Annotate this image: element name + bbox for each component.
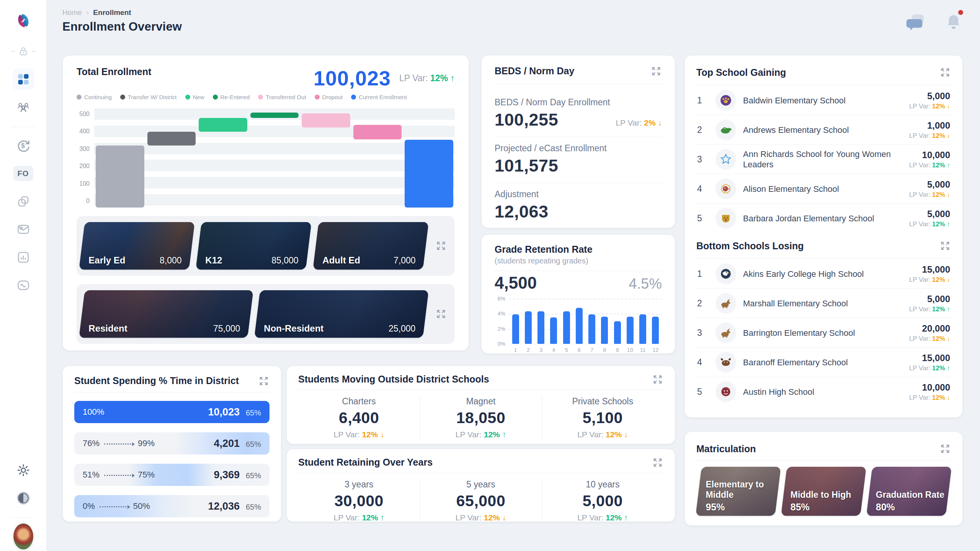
waterfall-y-axis: 5004003002001000 (77, 106, 94, 208)
tile-value: 85,000 (272, 255, 299, 266)
school-rank: 1 (697, 95, 709, 106)
matric-tile-middle-to-high[interactable]: Middle to High 85% (781, 467, 866, 516)
school-mascot-jaguar-icon (715, 208, 736, 229)
sidebar-item-pages[interactable] (13, 191, 34, 212)
sidebar-item-settings[interactable] (13, 459, 34, 481)
retention-count: 4,500 (495, 273, 537, 293)
expand-icon[interactable] (650, 65, 662, 77)
y-axis-tick: 500 (79, 111, 90, 118)
chevron-right-icon: › (87, 9, 89, 16)
spending-range-label: 0%50% (83, 501, 150, 511)
people-icon (16, 100, 31, 114)
retaining-stats: 3 years 30,000 LP Var: 12% ↑ 5 years 65,… (298, 479, 663, 525)
top-school-gaining-list: 1 Baldwin Elementary School 5,000 LP Var… (696, 86, 951, 233)
school-value: 10,000 (909, 382, 950, 393)
student-retaining-card: Student Retaining Over Years 3 years 30,… (286, 449, 675, 522)
tile-label: K12 (206, 255, 222, 266)
tile-adult-ed[interactable]: Adult Ed 7,000 (313, 222, 429, 270)
y-axis-tick: 200 (79, 163, 90, 170)
spending-bar-100: 100% 10,023 65% (74, 401, 270, 423)
school-mascot-bull-icon (715, 352, 736, 373)
school-mascot-paw-icon (715, 90, 736, 111)
school-row[interactable]: 1 Akins Early College High School 15,000… (696, 259, 951, 289)
x-axis-tick: 11 (637, 347, 648, 353)
retention-bar-grade-2 (525, 311, 532, 344)
y-axis-tick: 2% (498, 326, 505, 332)
retention-bar-grade-7 (588, 314, 595, 344)
matriculation-tiles: Elementary to Middle 95% Middle to High … (696, 467, 951, 516)
school-row[interactable]: 2 Marshall Elementary School 5,000 LP Va… (696, 289, 951, 318)
messages-button[interactable] (906, 13, 926, 32)
sidebar-item-dashboard[interactable] (13, 69, 34, 90)
sidebar-item-theme-toggle[interactable] (13, 487, 34, 509)
top-school-gaining-title: Top School Gaining (696, 67, 786, 78)
school-lp-var: LP Var: 12% ↓ (909, 103, 950, 110)
spending-bar-76: 76%99% 4,201 65% (74, 432, 270, 455)
beds-metric: Adjustment 12,063 (495, 183, 662, 229)
expand-icon[interactable] (939, 67, 951, 78)
expand-icon[interactable] (939, 443, 951, 455)
sidebar-item-trends[interactable] (13, 275, 34, 296)
stat-value: 18,050 (420, 409, 541, 427)
dashboard-icon (16, 72, 30, 86)
grade-retention-subtitle: (students repeating grades) (495, 257, 662, 265)
student-spending-card: Student Spending % Time in District 100%… (62, 366, 281, 522)
notifications-button[interactable] (946, 13, 962, 32)
copy-icon (16, 195, 30, 208)
school-value: 20,000 (909, 323, 950, 334)
expand-icon[interactable] (652, 374, 663, 385)
expand-icon[interactable] (433, 240, 449, 252)
school-mascot-horse-icon (715, 293, 736, 314)
grade-retention-card: Grade Retention Rate (students repeating… (481, 234, 675, 354)
tile-k12[interactable]: K12 85,000 (196, 222, 312, 270)
sidebar-item-mail[interactable] (13, 219, 34, 240)
stat-column-charters: Charters 6,400 LP Var: 12% ↓ (298, 396, 420, 441)
sidebar-item-reports[interactable] (13, 247, 34, 268)
tile-early-ed[interactable]: Early Ed 8,000 (79, 222, 195, 270)
sidebar-item-people[interactable] (13, 96, 34, 118)
bottom-schools-losing-list: 1 Akins Early College High School 15,000… (696, 259, 951, 406)
school-row[interactable]: 4 Baranoff Elementary School 15,000 LP V… (696, 348, 951, 377)
expand-icon[interactable] (258, 375, 270, 387)
y-axis-tick: 400 (79, 128, 90, 135)
sidebar-item-locked[interactable] (13, 41, 34, 62)
x-axis-tick: 3 (535, 347, 547, 353)
school-row[interactable]: 2 Andrews Elementary School 1,000 LP Var… (696, 115, 951, 145)
school-row[interactable]: 1 Baldwin Elementary School 5,000 LP Var… (696, 86, 951, 115)
stat-label: Private Schools (542, 396, 663, 407)
stat-lp-var: LP Var: 12% ↓ (542, 430, 663, 439)
school-row[interactable]: 3 Ann Richards School for Young Women Le… (696, 145, 951, 174)
waterfall-bar-transferred-out (302, 113, 350, 127)
student-spending-title: Student Spending % Time in District (74, 375, 239, 386)
school-lp-var: LP Var: 12% ↓ (909, 191, 950, 199)
expand-icon[interactable] (433, 308, 449, 320)
matric-tile-graduation-rate[interactable]: Graduation Rate 80% (866, 467, 952, 516)
school-lp-var: LP Var: 12% ↑ (909, 365, 950, 372)
expand-icon[interactable] (652, 457, 663, 468)
metric-lp-var: LP Var: 2% ↓ (616, 118, 662, 128)
retention-y-axis: 0%2%4%6% (495, 299, 509, 353)
spending-value: 9,369 (214, 469, 240, 481)
user-avatar[interactable] (13, 526, 34, 547)
dollar-sync-icon: $ (16, 138, 31, 153)
sidebar-item-fo[interactable]: FO (13, 163, 34, 184)
expand-icon[interactable] (939, 240, 951, 252)
retention-bar-grade-1 (512, 314, 519, 344)
spending-share: 65% (246, 471, 261, 480)
dotted-arrow-icon (100, 506, 129, 507)
breadcrumb-home[interactable]: Home (62, 8, 82, 17)
school-row[interactable]: 5 Barbara Jordan Elementary School 5,000… (696, 204, 951, 233)
matric-tile-elementary-to-middle[interactable]: Elementary to Middle 95% (696, 467, 781, 516)
school-row[interactable]: 3 Barrington Elementary School 20,000 LP… (696, 318, 951, 348)
app-logo[interactable] (13, 10, 34, 31)
school-row[interactable]: 4 Alison Elementary School 5,000 LP Var:… (696, 174, 951, 204)
sidebar-item-finance[interactable]: $ (13, 135, 34, 156)
breadcrumb-current: Enrollment (93, 8, 131, 17)
metric-value: 100,255 (495, 110, 558, 130)
tile-non-resident[interactable]: Non-Resident 25,000 (254, 290, 428, 338)
spending-range-label: 51%75% (83, 470, 155, 480)
school-row[interactable]: 5 Austin High School 10,000 LP Var: 12% … (696, 377, 951, 406)
tile-label: Early Ed (88, 255, 125, 266)
tile-value: 8,000 (160, 255, 182, 266)
tile-resident[interactable]: Resident 75,000 (79, 290, 253, 338)
